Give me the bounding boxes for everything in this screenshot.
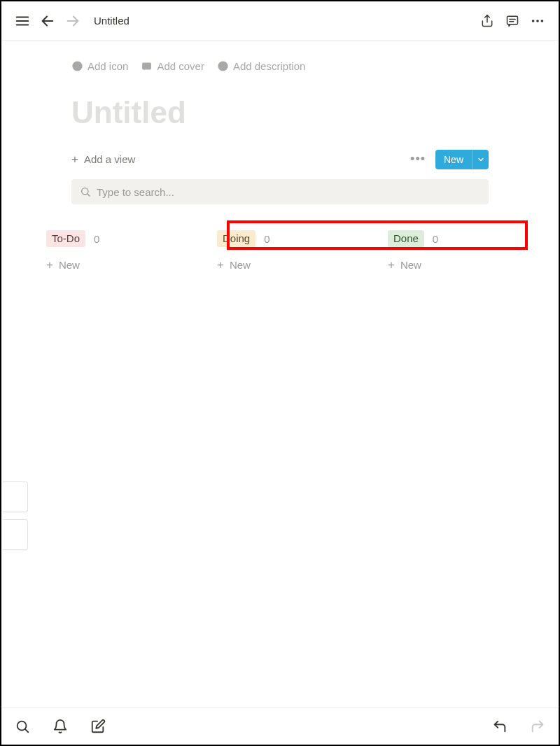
column-header[interactable]: To-Do 0 bbox=[46, 228, 203, 249]
view-more-icon[interactable]: ••• bbox=[406, 149, 430, 169]
add-view-label: Add a view bbox=[84, 153, 135, 165]
page-header: Add icon Add cover Add description Untit… bbox=[1, 41, 559, 211]
svg-rect-13 bbox=[143, 63, 152, 70]
column-header[interactable]: Done 0 bbox=[388, 228, 545, 249]
page-title[interactable]: Untitled bbox=[71, 96, 489, 129]
add-description-label: Add description bbox=[233, 60, 305, 72]
forward-icon bbox=[62, 10, 84, 32]
plus-icon: + bbox=[217, 259, 224, 271]
add-icon-button[interactable]: Add icon bbox=[71, 60, 128, 72]
chevron-down-icon bbox=[477, 155, 485, 164]
status-tag-doing: Doing bbox=[217, 230, 255, 247]
new-button: New bbox=[435, 150, 489, 169]
svg-point-12 bbox=[72, 61, 82, 71]
add-card-label: New bbox=[230, 259, 251, 271]
add-description-button[interactable]: Add description bbox=[217, 60, 305, 72]
add-cover-button[interactable]: Add cover bbox=[141, 60, 204, 72]
column-count: 0 bbox=[433, 233, 438, 245]
new-button-label[interactable]: New bbox=[435, 150, 472, 169]
search-icon[interactable] bbox=[13, 717, 32, 736]
redo-icon bbox=[528, 717, 547, 736]
add-card-button[interactable]: + New bbox=[217, 256, 251, 274]
status-tag-todo: To-Do bbox=[46, 230, 85, 247]
view-row: + Add a view ••• New bbox=[71, 149, 489, 169]
add-view-button[interactable]: + Add a view bbox=[71, 153, 135, 165]
top-bar: Untitled bbox=[1, 1, 559, 41]
search-input[interactable] bbox=[97, 186, 480, 198]
column-doing: Doing 0 + New bbox=[217, 228, 388, 274]
info-icon bbox=[217, 60, 229, 72]
column-header[interactable]: Doing 0 bbox=[217, 228, 374, 249]
more-icon[interactable] bbox=[526, 10, 549, 32]
page-options-row: Add icon Add cover Add description bbox=[71, 60, 489, 72]
new-button-dropdown[interactable] bbox=[472, 150, 489, 169]
emoji-icon bbox=[71, 60, 83, 72]
add-card-label: New bbox=[59, 259, 80, 271]
hamburger-menu-icon[interactable] bbox=[11, 10, 34, 32]
image-icon bbox=[141, 60, 153, 72]
board-area: To-Do 0 + New Doing 0 + New Done 0 bbox=[1, 211, 559, 745]
svg-point-9 bbox=[532, 20, 535, 22]
notifications-icon[interactable] bbox=[50, 717, 70, 736]
svg-point-14 bbox=[218, 61, 227, 71]
plus-icon: + bbox=[71, 153, 78, 165]
plus-icon: + bbox=[388, 259, 395, 271]
plus-icon: + bbox=[46, 259, 53, 271]
add-card-label: New bbox=[400, 259, 421, 271]
page-stub[interactable] bbox=[3, 519, 28, 550]
svg-point-11 bbox=[541, 20, 544, 22]
board: To-Do 0 + New Doing 0 + New Done 0 bbox=[1, 228, 559, 274]
page-stub[interactable] bbox=[3, 481, 28, 512]
compose-icon[interactable] bbox=[88, 717, 108, 736]
search-icon bbox=[80, 186, 91, 197]
column-count: 0 bbox=[264, 233, 270, 245]
svg-rect-6 bbox=[507, 16, 518, 24]
breadcrumb[interactable]: Untitled bbox=[94, 15, 130, 27]
back-icon[interactable] bbox=[36, 10, 59, 32]
undo-icon[interactable] bbox=[490, 717, 510, 736]
column-done: Done 0 + New bbox=[388, 228, 559, 274]
search-bar[interactable] bbox=[71, 179, 489, 204]
bottom-bar bbox=[1, 707, 559, 745]
add-cover-label: Add cover bbox=[157, 60, 204, 72]
comments-icon[interactable] bbox=[501, 10, 524, 32]
add-icon-label: Add icon bbox=[88, 60, 128, 72]
share-icon[interactable] bbox=[476, 10, 498, 32]
column-count: 0 bbox=[94, 233, 99, 245]
svg-line-18 bbox=[25, 729, 28, 732]
add-card-button[interactable]: + New bbox=[46, 256, 80, 274]
svg-point-10 bbox=[536, 20, 539, 22]
page-stubs bbox=[3, 481, 28, 550]
status-tag-done: Done bbox=[388, 230, 424, 247]
svg-line-16 bbox=[88, 194, 90, 196]
column-todo: To-Do 0 + New bbox=[46, 228, 217, 274]
add-card-button[interactable]: + New bbox=[388, 256, 421, 274]
